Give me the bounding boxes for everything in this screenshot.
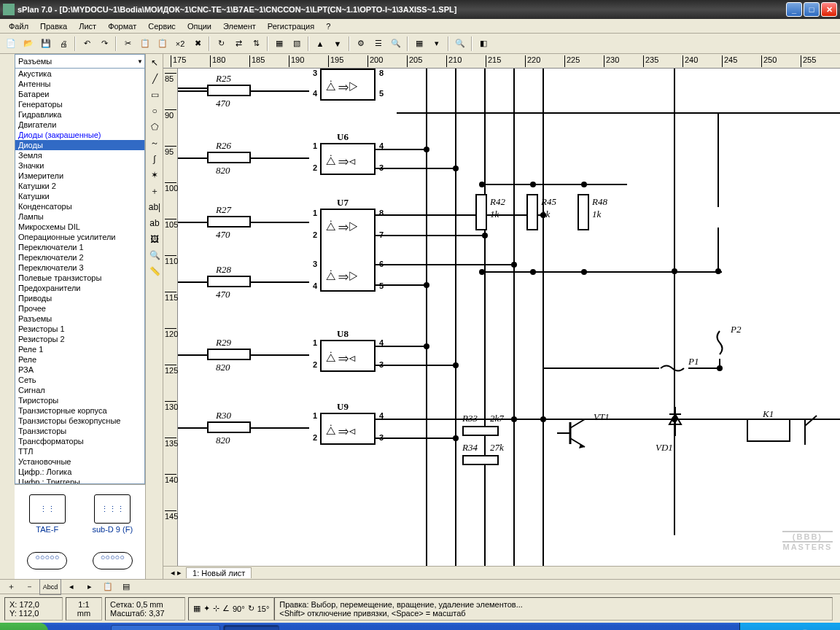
duplicate-icon[interactable]: ×2	[172, 36, 188, 52]
lib-item[interactable]: Реле	[15, 354, 144, 365]
right-icon[interactable]: ▸	[82, 579, 98, 595]
save-icon[interactable]: 💾	[38, 36, 54, 52]
lib-item[interactable]: Предохранители	[15, 283, 144, 293]
cursor-icon[interactable]: ↖	[147, 55, 162, 70]
maximize-button[interactable]: □	[804, 2, 820, 17]
menu-file[interactable]: Файл	[3, 20, 34, 32]
lib-item[interactable]: Диоды (закрашенные)	[15, 130, 144, 140]
copy2-icon[interactable]: 📋	[100, 579, 116, 595]
rect-icon[interactable]: ▭	[147, 88, 162, 102]
lib-item[interactable]: Земля	[15, 150, 144, 160]
grid-dd-icon[interactable]: ▾	[429, 36, 445, 52]
menu-element[interactable]: Элемент	[217, 20, 262, 32]
lib-item[interactable]: Катушки 2	[15, 181, 144, 191]
lib-item[interactable]: Тиристоры	[15, 395, 144, 405]
lib-item[interactable]: Измерители	[15, 171, 144, 181]
ql-1-icon[interactable]: ◧	[55, 626, 71, 630]
minimize-button[interactable]: _	[786, 2, 802, 17]
polygon-icon[interactable]: ⬠	[147, 120, 162, 134]
lib-item[interactable]: Антенны	[15, 79, 144, 89]
find-icon[interactable]: 🔍	[388, 36, 404, 52]
left-icon[interactable]: ◂	[63, 579, 79, 595]
node-icon[interactable]: ✶	[147, 168, 162, 182]
start-button[interactable]: ⊞пуск	[0, 623, 48, 630]
text-label-icon[interactable]: ab|	[147, 200, 162, 214]
front-icon[interactable]: ▲	[312, 36, 328, 52]
lib-item[interactable]: Цифр.: Триггеры	[15, 477, 144, 484]
lib-item[interactable]: Резисторы 2	[15, 334, 144, 344]
lib-item[interactable]: Транзисторы безкорпусные	[15, 416, 144, 426]
schematic-canvas[interactable]: R25 470 R26 820 R27 470 R28	[178, 69, 840, 566]
ungroup-icon[interactable]: ▧	[289, 36, 305, 52]
delete-icon[interactable]: ✖	[190, 36, 206, 52]
ql-2-icon[interactable]: ◨	[73, 626, 89, 630]
lib-item[interactable]: Резисторы 1	[15, 324, 144, 334]
lib-item[interactable]: Операционные усилители	[15, 232, 144, 242]
open-icon[interactable]: 📂	[20, 36, 36, 52]
zoom-icon[interactable]: 🔍	[452, 36, 468, 52]
preview-comp-1[interactable]: ⋮⋮ TAE-F	[18, 493, 77, 534]
lib-item[interactable]: Цифр.: Логика	[15, 467, 144, 477]
line-icon[interactable]: ╱	[147, 71, 162, 86]
copy-icon[interactable]: 📋	[137, 36, 153, 52]
print-icon[interactable]: 🖨	[55, 36, 71, 52]
lib-item[interactable]: Реле 1	[15, 344, 144, 354]
measure-icon[interactable]: 📏	[147, 264, 162, 279]
lib-item[interactable]: Микросхемы DIL	[15, 222, 144, 232]
cut-icon[interactable]: ✂	[120, 36, 136, 52]
mirror-h-icon[interactable]: ⇄	[230, 36, 246, 52]
menu-format[interactable]: Формат	[102, 20, 142, 32]
lib-item[interactable]: Диоды	[15, 140, 144, 150]
image-icon[interactable]: 🖼	[147, 232, 162, 246]
list-icon[interactable]: ☰	[370, 36, 386, 52]
new-icon[interactable]: 📄	[3, 36, 19, 52]
lib-item[interactable]: Конденсаторы	[15, 201, 144, 211]
snap-btn-icon[interactable]: ✦	[203, 604, 210, 613]
circle-icon[interactable]: ○	[147, 104, 162, 118]
lib-item[interactable]: Значки	[15, 160, 144, 171]
group-icon[interactable]: ▦	[271, 36, 287, 52]
ql-3-icon[interactable]: ◩	[90, 626, 106, 630]
back-icon[interactable]: ▼	[330, 36, 346, 52]
menu-edit[interactable]: Правка	[34, 20, 73, 32]
preview-comp-2[interactable]: ⋮⋮⋮ sub-D 9 (F)	[83, 493, 141, 534]
bezier-icon[interactable]: ∫	[147, 152, 162, 166]
lib-item[interactable]: Транзисторные корпуса	[15, 405, 144, 416]
lib-item[interactable]: Двигатели	[15, 120, 144, 130]
preview-comp-3[interactable]: ○○○○○	[18, 545, 77, 574]
undo-icon[interactable]: ↶	[79, 36, 95, 52]
text-icon[interactable]: ab	[147, 216, 162, 230]
lib-item[interactable]: Разъемы	[15, 314, 144, 324]
menu-options[interactable]: Опции	[182, 20, 217, 32]
plus-icon[interactable]: ＋	[3, 579, 19, 595]
menu-registration[interactable]: Регистрация	[262, 20, 320, 32]
lib-item[interactable]: ТТЛ	[15, 446, 144, 456]
minus-icon[interactable]: －	[21, 579, 37, 595]
grid-btn-icon[interactable]: ▦	[193, 604, 201, 613]
lib-item[interactable]: Приводы	[15, 293, 144, 303]
lib-item[interactable]: Катушки	[15, 191, 144, 201]
lib-item[interactable]: Транзисторы	[15, 426, 144, 436]
macro-icon[interactable]: ◧	[475, 36, 491, 52]
lib-item[interactable]: Полевые транзисторы	[15, 273, 144, 283]
lib-item[interactable]: Генераторы	[15, 99, 144, 109]
task-splan[interactable]: ▣sPlan 7.0	[223, 625, 280, 630]
lib-item[interactable]: Прочее	[15, 303, 144, 314]
menu-service[interactable]: Сервис	[142, 20, 182, 32]
junction-icon[interactable]: ＋	[147, 184, 162, 198]
close-button[interactable]: ✕	[821, 2, 837, 17]
lib-item[interactable]: Сеть	[15, 375, 144, 385]
menu-help[interactable]: ?	[320, 20, 336, 32]
lib-item[interactable]: РЗА	[15, 365, 144, 375]
lib-item[interactable]: Акустика	[15, 69, 144, 79]
lib-item[interactable]: Трансформаторы	[15, 436, 144, 446]
lib-item[interactable]: Лампы	[15, 211, 144, 222]
rotate-icon[interactable]: ↻	[213, 36, 229, 52]
lib-item[interactable]: Гидравлика	[15, 109, 144, 120]
lib-item[interactable]: Батареи	[15, 89, 144, 99]
mirror-v-icon[interactable]: ⇅	[248, 36, 264, 52]
lib-item[interactable]: Сигнал	[15, 385, 144, 395]
abcd-icon[interactable]: Abcd	[39, 579, 61, 595]
align-icon[interactable]: ▤	[118, 579, 134, 595]
redo-icon[interactable]: ↷	[96, 36, 112, 52]
